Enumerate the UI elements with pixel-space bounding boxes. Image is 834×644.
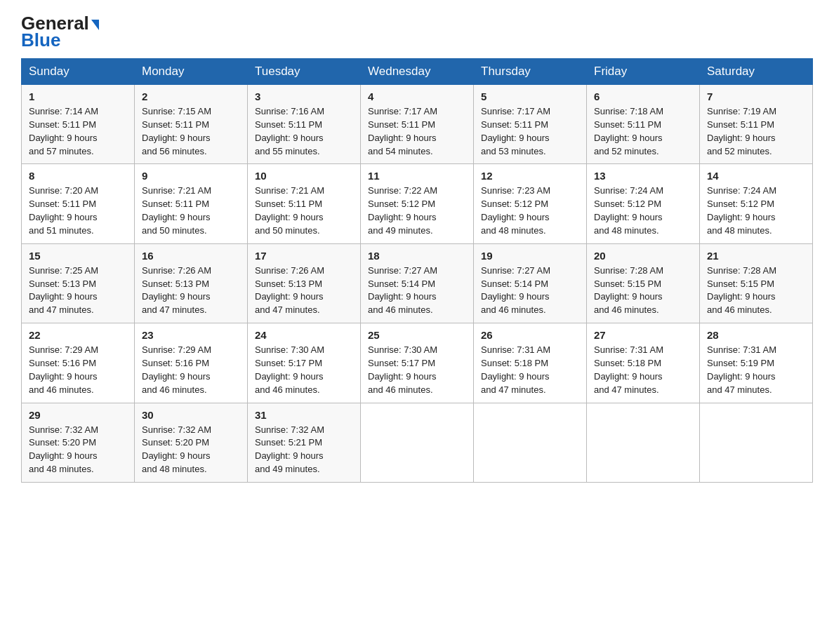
day-number: 21 xyxy=(707,250,805,262)
day-info: Sunrise: 7:32 AMSunset: 5:20 PMDaylight:… xyxy=(142,424,240,476)
header-tuesday: Tuesday xyxy=(248,59,361,85)
day-info: Sunrise: 7:21 AMSunset: 5:11 PMDaylight:… xyxy=(255,185,353,237)
calendar-cell: 9Sunrise: 7:21 AMSunset: 5:11 PMDaylight… xyxy=(135,164,248,243)
day-info: Sunrise: 7:23 AMSunset: 5:12 PMDaylight:… xyxy=(481,185,579,237)
day-info: Sunrise: 7:32 AMSunset: 5:21 PMDaylight:… xyxy=(255,424,353,476)
header-sunday: Sunday xyxy=(22,59,135,85)
calendar-cell: 31Sunrise: 7:32 AMSunset: 5:21 PMDayligh… xyxy=(248,403,361,482)
calendar-cell: 11Sunrise: 7:22 AMSunset: 5:12 PMDayligh… xyxy=(361,164,474,243)
calendar-week-row: 15Sunrise: 7:25 AMSunset: 5:13 PMDayligh… xyxy=(22,243,813,323)
calendar-cell: 19Sunrise: 7:27 AMSunset: 5:14 PMDayligh… xyxy=(474,243,587,323)
calendar-cell xyxy=(700,403,813,482)
calendar-week-row: 22Sunrise: 7:29 AMSunset: 5:16 PMDayligh… xyxy=(22,323,813,403)
day-number: 23 xyxy=(142,329,240,341)
day-number: 7 xyxy=(707,90,805,102)
calendar-cell: 7Sunrise: 7:19 AMSunset: 5:11 PMDaylight… xyxy=(700,85,813,164)
day-number: 25 xyxy=(368,329,466,341)
day-number: 24 xyxy=(255,329,353,341)
calendar-cell xyxy=(361,403,474,482)
header-monday: Monday xyxy=(135,59,248,85)
calendar-cell: 10Sunrise: 7:21 AMSunset: 5:11 PMDayligh… xyxy=(248,164,361,243)
day-number: 12 xyxy=(481,170,579,182)
day-number: 2 xyxy=(142,90,240,102)
calendar-cell: 23Sunrise: 7:29 AMSunset: 5:16 PMDayligh… xyxy=(135,323,248,403)
calendar-cell: 22Sunrise: 7:29 AMSunset: 5:16 PMDayligh… xyxy=(22,323,135,403)
calendar-cell: 15Sunrise: 7:25 AMSunset: 5:13 PMDayligh… xyxy=(22,243,135,323)
day-number: 30 xyxy=(142,409,240,421)
calendar-header-row: SundayMondayTuesdayWednesdayThursdayFrid… xyxy=(22,59,813,85)
logo-arrow-icon xyxy=(91,20,99,30)
day-info: Sunrise: 7:28 AMSunset: 5:15 PMDaylight:… xyxy=(707,264,805,317)
calendar-cell xyxy=(474,403,587,482)
day-info: Sunrise: 7:27 AMSunset: 5:14 PMDaylight:… xyxy=(368,264,466,317)
day-info: Sunrise: 7:32 AMSunset: 5:20 PMDaylight:… xyxy=(29,424,127,476)
calendar-week-row: 1Sunrise: 7:14 AMSunset: 5:11 PMDaylight… xyxy=(22,85,813,164)
calendar-cell: 8Sunrise: 7:20 AMSunset: 5:11 PMDaylight… xyxy=(22,164,135,243)
day-info: Sunrise: 7:30 AMSunset: 5:17 PMDaylight:… xyxy=(368,344,466,396)
day-info: Sunrise: 7:24 AMSunset: 5:12 PMDaylight:… xyxy=(594,185,692,237)
calendar-cell: 20Sunrise: 7:28 AMSunset: 5:15 PMDayligh… xyxy=(587,243,700,323)
calendar-week-row: 8Sunrise: 7:20 AMSunset: 5:11 PMDaylight… xyxy=(22,164,813,243)
day-info: Sunrise: 7:28 AMSunset: 5:15 PMDaylight:… xyxy=(594,264,692,317)
day-info: Sunrise: 7:29 AMSunset: 5:16 PMDaylight:… xyxy=(29,344,127,396)
calendar-week-row: 29Sunrise: 7:32 AMSunset: 5:20 PMDayligh… xyxy=(22,403,813,482)
logo: General Blue xyxy=(21,14,99,51)
calendar-cell: 3Sunrise: 7:16 AMSunset: 5:11 PMDaylight… xyxy=(248,85,361,164)
day-number: 1 xyxy=(29,90,127,102)
day-number: 8 xyxy=(29,170,127,182)
day-info: Sunrise: 7:16 AMSunset: 5:11 PMDaylight:… xyxy=(255,105,353,158)
calendar-cell: 17Sunrise: 7:26 AMSunset: 5:13 PMDayligh… xyxy=(248,243,361,323)
calendar-cell: 2Sunrise: 7:15 AMSunset: 5:11 PMDaylight… xyxy=(135,85,248,164)
day-info: Sunrise: 7:17 AMSunset: 5:11 PMDaylight:… xyxy=(368,105,466,158)
day-number: 4 xyxy=(368,90,466,102)
day-info: Sunrise: 7:29 AMSunset: 5:16 PMDaylight:… xyxy=(142,344,240,396)
day-info: Sunrise: 7:18 AMSunset: 5:11 PMDaylight:… xyxy=(594,105,692,158)
day-number: 16 xyxy=(142,250,240,262)
day-info: Sunrise: 7:30 AMSunset: 5:17 PMDaylight:… xyxy=(255,344,353,396)
calendar-cell: 18Sunrise: 7:27 AMSunset: 5:14 PMDayligh… xyxy=(361,243,474,323)
day-number: 11 xyxy=(368,170,466,182)
calendar-cell: 25Sunrise: 7:30 AMSunset: 5:17 PMDayligh… xyxy=(361,323,474,403)
day-info: Sunrise: 7:25 AMSunset: 5:13 PMDaylight:… xyxy=(29,264,127,317)
calendar-cell: 14Sunrise: 7:24 AMSunset: 5:12 PMDayligh… xyxy=(700,164,813,243)
day-number: 15 xyxy=(29,250,127,262)
calendar-cell xyxy=(587,403,700,482)
day-number: 9 xyxy=(142,170,240,182)
calendar-cell: 1Sunrise: 7:14 AMSunset: 5:11 PMDaylight… xyxy=(22,85,135,164)
page-header: General Blue xyxy=(21,14,813,51)
calendar-cell: 4Sunrise: 7:17 AMSunset: 5:11 PMDaylight… xyxy=(361,85,474,164)
calendar-cell: 5Sunrise: 7:17 AMSunset: 5:11 PMDaylight… xyxy=(474,85,587,164)
calendar-cell: 28Sunrise: 7:31 AMSunset: 5:19 PMDayligh… xyxy=(700,323,813,403)
day-info: Sunrise: 7:21 AMSunset: 5:11 PMDaylight:… xyxy=(142,185,240,237)
day-number: 28 xyxy=(707,329,805,341)
calendar-cell: 6Sunrise: 7:18 AMSunset: 5:11 PMDaylight… xyxy=(587,85,700,164)
day-info: Sunrise: 7:24 AMSunset: 5:12 PMDaylight:… xyxy=(707,185,805,237)
day-number: 26 xyxy=(481,329,579,341)
day-number: 3 xyxy=(255,90,353,102)
day-info: Sunrise: 7:14 AMSunset: 5:11 PMDaylight:… xyxy=(29,105,127,158)
header-saturday: Saturday xyxy=(700,59,813,85)
header-wednesday: Wednesday xyxy=(361,59,474,85)
day-info: Sunrise: 7:31 AMSunset: 5:18 PMDaylight:… xyxy=(481,344,579,396)
day-number: 22 xyxy=(29,329,127,341)
calendar-cell: 26Sunrise: 7:31 AMSunset: 5:18 PMDayligh… xyxy=(474,323,587,403)
day-info: Sunrise: 7:26 AMSunset: 5:13 PMDaylight:… xyxy=(255,264,353,317)
day-info: Sunrise: 7:22 AMSunset: 5:12 PMDaylight:… xyxy=(368,185,466,237)
calendar-cell: 29Sunrise: 7:32 AMSunset: 5:20 PMDayligh… xyxy=(22,403,135,482)
day-number: 20 xyxy=(594,250,692,262)
day-number: 17 xyxy=(255,250,353,262)
day-info: Sunrise: 7:17 AMSunset: 5:11 PMDaylight:… xyxy=(481,105,579,158)
day-number: 10 xyxy=(255,170,353,182)
calendar-table: SundayMondayTuesdayWednesdayThursdayFrid… xyxy=(21,58,813,483)
calendar-cell: 16Sunrise: 7:26 AMSunset: 5:13 PMDayligh… xyxy=(135,243,248,323)
day-info: Sunrise: 7:31 AMSunset: 5:19 PMDaylight:… xyxy=(707,344,805,396)
calendar-cell: 24Sunrise: 7:30 AMSunset: 5:17 PMDayligh… xyxy=(248,323,361,403)
calendar-cell: 13Sunrise: 7:24 AMSunset: 5:12 PMDayligh… xyxy=(587,164,700,243)
calendar-cell: 27Sunrise: 7:31 AMSunset: 5:18 PMDayligh… xyxy=(587,323,700,403)
calendar-cell: 30Sunrise: 7:32 AMSunset: 5:20 PMDayligh… xyxy=(135,403,248,482)
day-info: Sunrise: 7:19 AMSunset: 5:11 PMDaylight:… xyxy=(707,105,805,158)
header-thursday: Thursday xyxy=(474,59,587,85)
day-number: 5 xyxy=(481,90,579,102)
day-info: Sunrise: 7:20 AMSunset: 5:11 PMDaylight:… xyxy=(29,185,127,237)
day-info: Sunrise: 7:31 AMSunset: 5:18 PMDaylight:… xyxy=(594,344,692,396)
